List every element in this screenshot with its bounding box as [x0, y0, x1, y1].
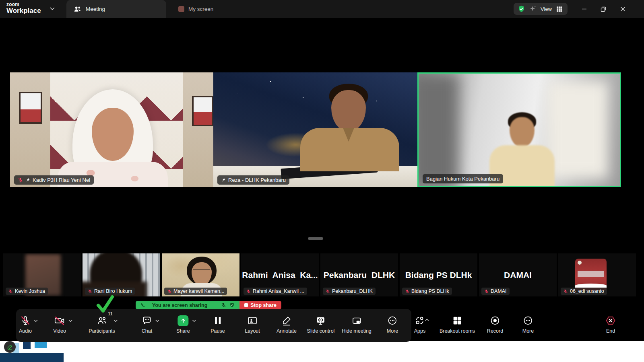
ai-companion-sparkle-icon[interactable]	[529, 5, 537, 12]
audio-button[interactable]: Audio	[19, 314, 32, 334]
tab-meeting-label: Meeting	[86, 6, 105, 12]
minimize-button[interactable]	[575, 0, 593, 18]
video-background	[417, 74, 459, 187]
apps-button-label: Apps	[414, 328, 426, 334]
participant-name-text: Mayer kanwil Kemen...	[173, 288, 224, 294]
end-hexagon-icon	[605, 315, 616, 326]
strip-tile-kevin-joshua[interactable]: Kevin Joshua	[3, 253, 81, 296]
muted-mic-icon	[326, 289, 330, 294]
pause-share-button[interactable]: Pause	[211, 314, 225, 334]
video-tile-reza[interactable]: Reza - DLHK Pekanbaru	[213, 72, 417, 187]
video-tile-bagian-hukum-active-speaker[interactable]: Bagian Hukum Kota Pekanbaru	[417, 72, 621, 187]
breakout-rooms-button-label: Breakout rooms	[440, 328, 475, 334]
more-button[interactable]: More	[387, 314, 398, 334]
gallery-divider-handle[interactable]	[308, 237, 323, 240]
end-meeting-button[interactable]: End	[605, 314, 616, 334]
annotation-pencil-button[interactable]	[4, 341, 16, 353]
participant-name-label: Mayer kanwil Kemen...	[164, 288, 227, 295]
zoom-meeting-window: zoom Workplace Meeting My screen	[0, 0, 644, 362]
participant-display-name: Bidang PS DLHk	[400, 270, 477, 280]
participant-name-label: Rahmi Anisa_Kanwil ...	[244, 288, 307, 295]
layout-icon	[247, 315, 258, 326]
muted-mic-icon	[88, 289, 92, 294]
breakout-rooms-button[interactable]: Breakout rooms	[440, 314, 475, 334]
video-button[interactable]: Video	[53, 314, 66, 334]
participant-display-name: Rahmi Anisa_Ka...	[241, 270, 319, 280]
strip-tile-rahmi-anisa[interactable]: Rahmi Anisa_Ka... Rahmi Anisa_Kanwil ...	[241, 253, 319, 296]
apps-icon	[415, 315, 425, 326]
share-button-label: Share	[176, 328, 190, 334]
breakout-rooms-icon	[452, 315, 462, 326]
close-button[interactable]	[613, 0, 632, 18]
restore-button[interactable]	[594, 0, 613, 18]
mic-muted-icon	[20, 315, 31, 326]
participant-name-label: Kadiv P3H Riau Yeni Nel	[14, 175, 94, 185]
participant-name-label: Rani Biro Hukum	[85, 288, 135, 295]
slide-shape	[23, 342, 31, 349]
pause-button-label: Pause	[211, 328, 225, 334]
annotate-pencil-icon	[281, 315, 292, 326]
chat-button-label: Chat	[142, 328, 152, 334]
view-controls: View	[514, 3, 568, 15]
strip-tile-pekanbaru-dlhk[interactable]: Pekanbaru_DLHK Pekanbaru_DLHK	[320, 253, 398, 296]
record-button[interactable]: Record	[487, 314, 503, 334]
participants-icon	[97, 315, 107, 326]
strip-tile-bidang-ps-dlhk[interactable]: Bidang PS DLHk Bidang PS DLHk	[400, 253, 477, 296]
security-shield-icon[interactable]	[518, 5, 525, 13]
record-icon	[490, 315, 500, 326]
layout-button[interactable]: Layout	[245, 314, 260, 334]
strip-tile-damai[interactable]: DAMAI DAMAI	[479, 253, 557, 296]
sharing-status-text: You are screen sharing	[152, 302, 207, 308]
logo-text-zoom: zoom	[6, 2, 41, 7]
slide-control-button[interactable]: Slide control	[307, 314, 335, 334]
stop-share-label: Stop share	[250, 302, 277, 308]
slide-shape	[0, 353, 64, 362]
slide-control-icon	[316, 315, 326, 326]
muted-mic-icon	[484, 289, 489, 294]
workspace-chevron-down-icon[interactable]	[50, 7, 55, 10]
wall-portrait	[19, 92, 42, 124]
more-ellipsis-icon	[387, 315, 398, 326]
view-button-label[interactable]: View	[541, 6, 552, 12]
chat-button[interactable]: Chat	[142, 314, 152, 334]
apps-button[interactable]: Apps	[414, 314, 426, 334]
record-button-label: Record	[487, 328, 503, 334]
participants-button[interactable]: 11 Participants	[89, 314, 115, 334]
share-options-chevron-icon[interactable]	[192, 319, 196, 322]
tab-my-screen[interactable]: My screen	[171, 0, 225, 18]
muted-mic-icon	[246, 289, 251, 294]
video-options-chevron-icon[interactable]	[68, 319, 72, 322]
muted-mic-icon	[405, 289, 409, 294]
muted-mic-icon	[18, 177, 23, 183]
hide-meeting-button[interactable]: Hide meeting	[342, 314, 372, 334]
chat-options-chevron-icon[interactable]	[155, 319, 159, 322]
view-grid-icon[interactable]	[556, 6, 563, 12]
strip-tile-rani-biro-hukum[interactable]: Rani Biro Hukum	[83, 253, 160, 296]
participant-name-text: Rahmi Anisa_Kanwil ...	[253, 288, 304, 294]
tab-meeting[interactable]: Meeting	[66, 0, 166, 18]
pin-icon	[25, 178, 30, 183]
participants-options-chevron-icon[interactable]	[114, 319, 118, 322]
my-screen-thumbnail-icon	[178, 6, 184, 12]
more-right-button[interactable]: More	[522, 314, 534, 334]
wall-portrait	[192, 96, 213, 126]
participant-name-label: Bagian Hukum Kota Pekanbaru	[423, 174, 503, 183]
stop-share-button[interactable]: Stop share	[239, 301, 281, 309]
audio-options-chevron-icon[interactable]	[34, 319, 38, 322]
strip-tile-edi-susanto[interactable]: 06_edi susanto	[558, 253, 636, 296]
hide-meeting-button-label: Hide meeting	[342, 328, 372, 334]
pin-icon	[221, 178, 226, 183]
video-tile-kadiv-p3h[interactable]: Kadiv P3H Riau Yeni Nel	[10, 72, 213, 187]
more-ellipsis-icon	[523, 315, 533, 326]
participant-video-person	[193, 269, 210, 274]
phone-icon	[140, 302, 146, 308]
apps-caret-up-icon[interactable]	[425, 319, 429, 321]
share-button[interactable]: Share	[176, 314, 190, 334]
more-right-button-label: More	[522, 328, 534, 334]
participant-name-label: Bidang PS DLHk	[402, 288, 452, 295]
muted-mic-icon	[564, 289, 568, 294]
annotate-button[interactable]: Annotate	[277, 314, 297, 334]
strip-tile-mayer-kanwil[interactable]: Mayer kanwil Kemen...	[162, 253, 239, 296]
title-bar: zoom Workplace Meeting My screen	[0, 0, 644, 18]
participant-display-name: DAMAI	[479, 270, 557, 280]
